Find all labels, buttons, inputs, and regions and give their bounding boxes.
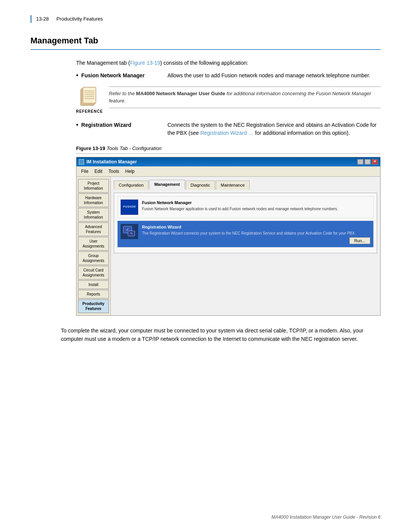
intro-text: The Management tab (Figure 13-19) consis… bbox=[76, 59, 381, 67]
sidebar-btn-group[interactable]: GroupAssignments bbox=[78, 251, 109, 265]
menu-help[interactable]: Help bbox=[122, 167, 138, 176]
page-header: 13-28 Productivity Features bbox=[30, 15, 381, 23]
registration-title: Registration Wizard bbox=[142, 224, 370, 230]
registration-desc: The Registration Wizard connects your sy… bbox=[142, 231, 370, 236]
registration-info: Registration Wizard The Registration Wiz… bbox=[142, 224, 370, 244]
bullet-desc-registration: Connects the system to the NEC Registrat… bbox=[160, 121, 381, 137]
window-app-icon bbox=[79, 159, 84, 165]
maximize-button[interactable]: □ bbox=[365, 159, 371, 165]
reference-icon-area: REFERENCE bbox=[76, 86, 103, 114]
svg-text:✎: ✎ bbox=[130, 232, 133, 235]
reference-label: REFERENCE bbox=[76, 109, 103, 114]
intro-block: The Management tab (Figure 13-19) consis… bbox=[76, 59, 381, 137]
registration-icon: ✓ ✎ bbox=[121, 224, 138, 239]
tab-content: FUSION Fusion Network Manager Fusion Net… bbox=[114, 193, 377, 254]
reference-book-icon bbox=[79, 86, 100, 107]
bottom-paragraph: To complete the wizard, your computer mu… bbox=[61, 326, 381, 343]
window-menubar: File Edit Tools Help bbox=[76, 166, 380, 177]
window-titlebar: IM Installation Manager _ □ ✕ bbox=[76, 157, 380, 166]
svg-rect-2 bbox=[83, 87, 96, 103]
bullet-registration: Registration Wizard Connects the system … bbox=[76, 121, 381, 137]
tab-maintenance[interactable]: Maintenance bbox=[216, 181, 250, 190]
feature-row-registration[interactable]: ✓ ✎ Registration Wizard The Registration… bbox=[117, 220, 374, 248]
page-header-section-title: Productivity Features bbox=[56, 15, 103, 23]
reference-text: Refer to the MA4000 Network Manager User… bbox=[109, 86, 381, 108]
run-button[interactable]: Run... bbox=[349, 237, 370, 244]
tab-configuration[interactable]: Configuration bbox=[114, 181, 148, 190]
window-title-text: IM Installation Manager bbox=[86, 158, 137, 165]
tab-diagnostic[interactable]: Diagnostic bbox=[186, 181, 215, 190]
fusion-info: Fusion Network Manager Fusion Network Ma… bbox=[142, 200, 370, 212]
close-button[interactable]: ✕ bbox=[372, 159, 378, 165]
registration-wizard-link[interactable]: Registration Wizard … bbox=[200, 130, 253, 136]
tab-row: Configuration Management Diagnostic Main… bbox=[114, 180, 377, 190]
sidebar-btn-install[interactable]: Install bbox=[78, 280, 109, 289]
window-body: ProjectInformation HardwareInformation S… bbox=[76, 177, 380, 315]
screenshot-window: IM Installation Manager _ □ ✕ File Edit … bbox=[76, 157, 381, 316]
sidebar-btn-project[interactable]: ProjectInformation bbox=[78, 179, 109, 193]
menu-file[interactable]: File bbox=[78, 167, 91, 176]
feature-row-fusion[interactable]: FUSION Fusion Network Manager Fusion Net… bbox=[117, 196, 374, 218]
figure-link[interactable]: Figure 13-19 bbox=[130, 60, 160, 66]
registration-logo: ✓ ✎ bbox=[121, 224, 138, 239]
bullet-fusion: Fusion Network Manager Allows the user t… bbox=[76, 72, 381, 80]
sidebar-btn-user[interactable]: UserAssignments bbox=[78, 237, 109, 251]
bullet-label-fusion: Fusion Network Manager bbox=[76, 72, 160, 80]
window-title-area: IM Installation Manager bbox=[79, 158, 137, 165]
window-main-panel: Configuration Management Diagnostic Main… bbox=[111, 177, 380, 315]
page-footer: MA4000 Installation Manager User Guide -… bbox=[271, 514, 381, 521]
fusion-icon: FUSION bbox=[121, 200, 138, 215]
page: 13-28 Productivity Features Management T… bbox=[0, 0, 411, 532]
figure-caption: Figure 13-19 Tools Tab - Configuration bbox=[76, 145, 381, 154]
reference-box: REFERENCE Refer to the MA4000 Network Ma… bbox=[76, 86, 381, 114]
fusion-logo: FUSION bbox=[121, 200, 138, 215]
menu-edit[interactable]: Edit bbox=[91, 167, 105, 176]
menu-tools[interactable]: Tools bbox=[105, 167, 122, 176]
bullet-label-registration: Registration Wizard bbox=[76, 121, 160, 129]
section-heading: Management Tab bbox=[30, 34, 381, 50]
bullet-desc-fusion: Allows the user to add Fusion network no… bbox=[160, 72, 381, 80]
sidebar-btn-productivity[interactable]: ProductivityFeatures bbox=[78, 299, 109, 313]
fusion-desc: Fusion Network Manager application is us… bbox=[142, 206, 370, 211]
sidebar-btn-advanced[interactable]: AdvancedFeatures bbox=[78, 222, 109, 236]
window-sidebar: ProjectInformation HardwareInformation S… bbox=[76, 177, 111, 315]
window-controls[interactable]: _ □ ✕ bbox=[357, 159, 378, 165]
minimize-button[interactable]: _ bbox=[357, 159, 363, 165]
run-button-row: Run... bbox=[142, 237, 370, 244]
sidebar-btn-circuit[interactable]: Circuit CardAssignments bbox=[78, 266, 109, 280]
page-number: 13-28 bbox=[36, 15, 49, 23]
tab-management[interactable]: Management bbox=[149, 180, 185, 190]
fusion-title: Fusion Network Manager bbox=[142, 200, 370, 206]
sidebar-btn-system[interactable]: SystemInformation bbox=[78, 208, 109, 222]
sidebar-btn-hardware[interactable]: HardwareInformation bbox=[78, 193, 109, 207]
sidebar-btn-reports[interactable]: Reports bbox=[78, 290, 109, 299]
